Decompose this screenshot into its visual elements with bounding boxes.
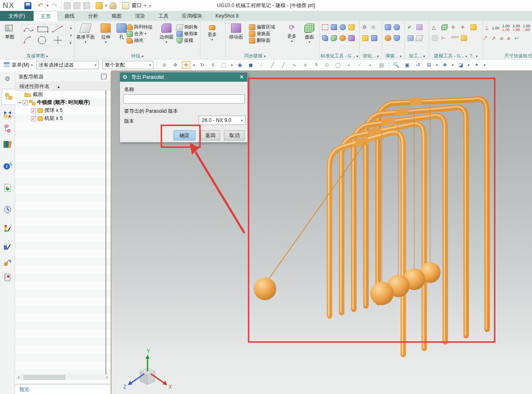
std-tool-icon[interactable] [331, 35, 337, 41]
hole-button[interactable]: 孔 [115, 21, 128, 40]
machining-tool-icon[interactable] [415, 35, 423, 41]
group-dropdown-icon[interactable]: ▾ [142, 54, 143, 58]
horizontal-scrollbar[interactable]: ‹ › [16, 374, 110, 380]
std-tool-icon[interactable] [331, 24, 337, 30]
cancel-button[interactable]: 取消 [224, 130, 245, 140]
tab-view[interactable]: 视图 [105, 11, 128, 21]
spring-tool-icon[interactable] [385, 35, 391, 41]
edge-blend-button[interactable]: 边倒圆▾ [157, 21, 176, 44]
dim-tol-icon[interactable]: 1.00-.88 [523, 24, 530, 32]
modeling-tool-icon[interactable] [461, 35, 467, 41]
brush-dropdown-icon[interactable]: ▾ [105, 3, 107, 8]
tree-row-section[interactable]: 截面 [15, 91, 111, 98]
rotate-point-icon[interactable]: ↻ [198, 62, 206, 68]
orient-view-icon[interactable]: ↺ [414, 62, 422, 68]
measure-icon[interactable]: ✦ [473, 62, 480, 68]
selection-filter-combo[interactable]: 没有选择过滤器▾ [36, 61, 99, 69]
snap-dropdown-icon[interactable]: ▾ [193, 63, 195, 67]
checkbox-checked[interactable]: ✓ [31, 108, 36, 113]
tab-tools[interactable]: 工具 [152, 11, 175, 21]
modeling-tool-icon[interactable]: ✛ [451, 24, 457, 30]
dim-slope-icon[interactable]: ∕° [485, 35, 488, 41]
rect-select-icon[interactable]: ⬚ [220, 62, 228, 68]
gear-tool-icon[interactable]: ⚙ [371, 24, 377, 30]
tab-render[interactable]: 渲染 [128, 11, 152, 21]
version-dropdown[interactable]: 26.0 - NX 9.0▾ [199, 116, 246, 125]
render-style-icon[interactable]: ❖ [441, 62, 449, 68]
cube-dropdown-icon[interactable]: ▾ [468, 63, 470, 67]
cube-view-icon[interactable]: ◪ [457, 62, 465, 68]
diameter-icon[interactable]: ⌀ [500, 35, 503, 41]
back-button[interactable]: 返回 [201, 130, 220, 140]
tab-file[interactable]: 文件(F) [0, 11, 34, 21]
snap-point-icon[interactable]: ✛ [182, 62, 190, 68]
gear-tool-icon[interactable]: ⚙ [362, 24, 369, 30]
cube-select-icon[interactable]: ◼ [247, 62, 254, 68]
sketch-scroll-down-icon[interactable]: ▾ [70, 34, 72, 37]
checkbox-checked[interactable]: ✓ [31, 116, 36, 121]
menu-button[interactable]: 菜单(M)▾ [3, 62, 33, 69]
sketch-tools-palette[interactable] [22, 24, 66, 46]
spring-tool-icon[interactable] [385, 24, 391, 30]
dim-tol-icon[interactable]: 1.00+.88 [513, 24, 520, 32]
tree-row-balls[interactable]: ✓ 摆球 x 5 [15, 106, 111, 114]
datum-plane-button[interactable]: 基准平面▾ [75, 21, 96, 44]
selection-scope-combo[interactable]: 整个装配▾ [102, 61, 153, 69]
modeling-tool-icon[interactable]: ⊢ [441, 35, 448, 41]
tree-expander-icon[interactable]: − [18, 100, 21, 106]
render-dropdown-icon[interactable]: ▾ [452, 63, 454, 67]
window-dropdown-icon[interactable]: ▾ [144, 3, 146, 8]
tree-row-frames[interactable]: ✓ 机架 x 5 [15, 114, 111, 122]
modeling-tool-icon[interactable]: △ [432, 24, 438, 30]
unite-button[interactable]: 合并▾ [127, 31, 153, 37]
column-divider[interactable] [106, 91, 106, 374]
modeling-tool-icon[interactable] [441, 24, 448, 30]
window-label[interactable]: 窗口 [132, 2, 142, 9]
close-icon[interactable]: ✕ [239, 73, 244, 82]
window-icon[interactable] [122, 2, 129, 9]
std-tool-icon[interactable] [340, 24, 346, 30]
motion-tab[interactable] [2, 257, 13, 268]
undo-dropdown-icon[interactable]: ▾ [47, 3, 49, 8]
modeling-tool-icon[interactable] [470, 24, 477, 30]
gear-tool-icon[interactable] [371, 35, 377, 41]
group-dropdown-icon[interactable]: ▾ [377, 54, 379, 58]
dim-arrow-icon[interactable]: ↗ [492, 35, 496, 41]
checkbox-checked[interactable]: ✓ [23, 100, 28, 105]
draft-button[interactable]: 拔模 [176, 37, 198, 44]
machining-tool-icon[interactable] [416, 24, 423, 30]
navigator-column-header[interactable]: 描述性部件名 ▲ [15, 82, 111, 91]
brush-icon[interactable] [96, 2, 103, 9]
fit-view-icon[interactable]: 🔍 [392, 62, 400, 68]
save-icon[interactable] [24, 2, 31, 9]
select-dropdown-icon[interactable]: ▾ [231, 63, 233, 67]
tab-curve[interactable]: 曲线 [58, 11, 81, 21]
modeling-tool-icon[interactable]: 10H7 [451, 35, 457, 41]
machining-tool-icon[interactable]: ✔ [407, 24, 414, 30]
tab-home[interactable]: 主页 [34, 11, 58, 21]
undo-icon[interactable]: ↶ [37, 2, 44, 9]
feature-more-button[interactable]: 更多▾ [200, 21, 224, 41]
std-tool-icon[interactable] [322, 24, 328, 30]
web-browser-tab[interactable]: i [2, 160, 13, 172]
measure-dropdown-icon[interactable]: ▾ [484, 63, 485, 67]
tab-application[interactable]: 应用模块 [175, 11, 209, 21]
tab-keyshot[interactable]: KeyShot 8 [209, 11, 245, 21]
group-dropdown-icon[interactable]: ▾ [356, 54, 358, 58]
trim-body-button[interactable]: 修剪体 [176, 31, 198, 37]
replace-face-button[interactable]: 替换面 [249, 31, 275, 37]
machining-tool-icon[interactable] [407, 35, 414, 41]
sync-more-button[interactable]: ⟳ 更多▾ [283, 21, 300, 43]
assembly-navigator-tab[interactable] [2, 89, 15, 105]
diameter-slash-icon[interactable]: ⌀ [507, 35, 510, 41]
group-dropdown-icon[interactable]: ▾ [476, 54, 478, 58]
group-dropdown-icon[interactable]: ▾ [423, 54, 425, 58]
scroll-left-icon[interactable]: ‹ [16, 374, 22, 380]
std-tool-icon[interactable] [348, 24, 355, 30]
offset-region-button[interactable]: 偏置区域 [249, 24, 275, 30]
constraint-navigator-tab[interactable] [2, 108, 13, 120]
navigator-maximize-button[interactable] [101, 74, 106, 79]
dialog-title-bar[interactable]: ⚙ 导出 Parasolid ✕ [120, 73, 247, 82]
std-tool-icon[interactable] [322, 35, 328, 41]
group-dropdown-icon[interactable]: ▾ [264, 54, 265, 58]
